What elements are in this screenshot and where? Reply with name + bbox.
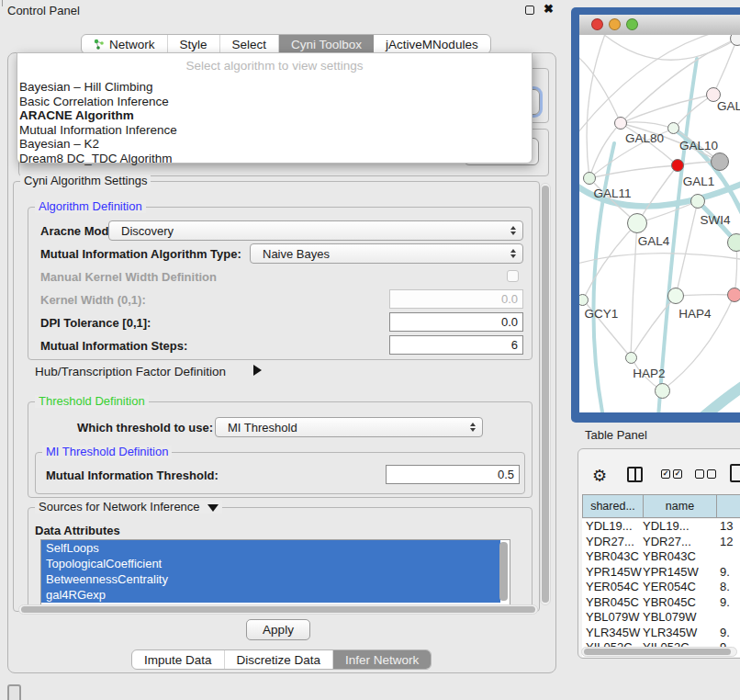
close-button[interactable] — [591, 18, 603, 30]
tab-network[interactable]: Network — [82, 35, 168, 53]
cell: YBR043C — [643, 549, 696, 565]
settings-horizontal-scrollbar[interactable] — [18, 604, 538, 615]
minimize-button[interactable] — [609, 18, 621, 30]
aracne-mode-combo[interactable]: Discovery — [108, 220, 523, 241]
file-icon[interactable] — [730, 464, 740, 482]
node-gray[interactable] — [711, 152, 729, 171]
cyni-settings-legend: Cyni Algorithm Settings — [20, 175, 151, 187]
node[interactable] — [727, 233, 740, 252]
attribute-item-selected[interactable]: TopologicalCoefficient — [41, 556, 500, 571]
apply-button-label: Apply — [263, 623, 294, 637]
attribute-item-selected[interactable]: SelfLoops — [41, 540, 500, 556]
tab-style-label: Style — [180, 38, 207, 51]
dpi-tolerance-field[interactable]: 0.0 — [389, 312, 523, 332]
tab-impute-data[interactable]: Impute Data — [132, 650, 225, 669]
node[interactable] — [655, 383, 670, 399]
cyni-bottom-tabbar: Impute Data Discretize Data Infer Networ… — [131, 649, 432, 670]
zoom-button[interactable] — [626, 18, 638, 30]
mi-type-combo[interactable]: Naive Bayes — [250, 243, 523, 264]
mi-steps-value: 6 — [511, 338, 518, 352]
hub-section-label[interactable]: Hub/Transcription Factor Definition — [35, 365, 226, 378]
algorithm-option[interactable]: Bayesian – Hill Climbing — [17, 80, 532, 95]
network-icon — [94, 39, 105, 50]
settings-vertical-scrollbar[interactable] — [540, 183, 551, 605]
node-label-hap4: HAP4 — [678, 307, 711, 321]
node-gal10[interactable] — [667, 122, 679, 134]
attribute-item-selected[interactable]: gal4RGexp — [41, 587, 500, 603]
select-all-icon[interactable]: ✓✓ — [661, 469, 682, 479]
manual-kernel-checkbox[interactable] — [507, 270, 519, 282]
column-header-cut[interactable] — [716, 494, 740, 518]
cell: 13 — [720, 519, 733, 535]
settings-gear-icon[interactable]: ⚙ — [592, 466, 607, 486]
algorithm-option[interactable]: Bayesian – K2 — [17, 137, 532, 152]
node-swi4[interactable] — [690, 194, 705, 209]
table-row[interactable]: YBL079W YBL079W — [582, 610, 740, 626]
kernel-width-field[interactable]: 0.0 — [389, 289, 523, 309]
node-label: GAL — [717, 99, 740, 113]
table-row[interactable]: YDL19... YDL19... 13 — [582, 519, 740, 535]
deselect-all-icon[interactable] — [695, 469, 716, 479]
tab-jactivemnodules[interactable]: jActiveMNodules — [374, 35, 490, 53]
node-gal11[interactable] — [583, 172, 596, 185]
algorithm-option-selected[interactable]: ARACNE Algorithm — [17, 108, 532, 123]
attribute-item-selected[interactable]: BetweennessCentrality — [41, 571, 500, 587]
node-gal80[interactable] — [614, 117, 627, 130]
tab-style[interactable]: Style — [168, 35, 220, 53]
collapsed-panel-icon[interactable] — [7, 684, 21, 700]
table-row[interactable]: YLR345W YLR345W 9. — [582, 626, 740, 641]
tab-network-label: Network — [109, 38, 155, 51]
collapsed-arrow-icon[interactable] — [253, 365, 262, 376]
apply-button[interactable]: Apply — [246, 619, 310, 640]
algorithm-option[interactable]: Basic Correlation Inference — [17, 95, 532, 109]
expanded-arrow-icon[interactable] — [207, 504, 219, 512]
network-canvas[interactable]: GAL GAL80 GAL10 GAL1 GAL11 SWI4 GAL4 GCY… — [579, 35, 740, 412]
tab-cyni-toolbox[interactable]: Cyni Toolbox — [279, 35, 374, 53]
table-row[interactable]: YDR27... YDR27... 12 — [582, 535, 740, 550]
tab-discretize-data[interactable]: Discretize Data — [225, 650, 334, 669]
node-gal4[interactable] — [627, 213, 647, 233]
mi-steps-label: Mutual Information Steps: — [40, 339, 187, 353]
cell: 12 — [720, 535, 733, 550]
which-threshold-combo[interactable]: MI Threshold — [215, 417, 483, 437]
table-row[interactable]: YPR145W YPR145W 9. — [582, 565, 740, 581]
cell: YDR27... — [643, 535, 691, 550]
cell: YLR345W — [643, 626, 697, 641]
column-layout-icon[interactable] — [627, 467, 643, 482]
mi-threshold-field[interactable]: 0.5 — [386, 465, 520, 484]
cell: 9. — [720, 626, 730, 641]
algorithm-option[interactable]: Mutual Information Inference — [17, 123, 532, 138]
network-window-titlebar[interactable] — [579, 15, 740, 36]
close-icon[interactable]: ✖ — [544, 2, 554, 16]
table-horizontal-scrollbar[interactable] — [581, 647, 737, 657]
cell: YDR27... — [586, 535, 634, 550]
tab-select[interactable]: Select — [220, 35, 280, 53]
mi-type-value: Naive Bayes — [263, 247, 330, 261]
control-panel-titlebar: Control Panel ✖ — [0, 0, 564, 21]
node-hap2[interactable] — [625, 352, 637, 364]
table-header: shared... name — [582, 494, 740, 518]
table-row[interactable]: YBR045C YBR045C 9. — [582, 595, 740, 611]
mi-type-label: Mutual Information Algorithm Type: — [40, 247, 241, 261]
node-hap4[interactable] — [667, 288, 684, 304]
manual-kernel-label: Manual Kernel Width Definition — [40, 270, 217, 284]
mi-steps-field[interactable]: 6 — [389, 335, 523, 355]
list-vertical-scrollbar[interactable] — [499, 542, 508, 601]
algorithm-popup-placeholder: Select algorithm to view settings — [17, 53, 532, 73]
stepper-icon — [470, 423, 476, 432]
node-gal1-selected[interactable] — [671, 159, 684, 172]
table-row[interactable]: YBR043C YBR043C — [582, 549, 740, 565]
column-header-name[interactable]: name — [643, 494, 717, 518]
tab-cyni-toolbox-label: Cyni Toolbox — [291, 38, 362, 51]
control-panel-title: Control Panel — [7, 4, 80, 17]
node-label-gal11: GAL11 — [593, 186, 631, 200]
algorithm-option[interactable]: Dream8 DC_TDC Algorithm — [17, 152, 532, 166]
data-attributes-listbox: SelfLoops TopologicalCoefficient Between… — [40, 539, 510, 605]
dpi-tolerance-value: 0.0 — [501, 315, 518, 329]
node-pink[interactable] — [727, 288, 740, 302]
column-header-shared-name[interactable]: shared... — [582, 494, 644, 518]
tab-infer-network[interactable]: Infer Network — [333, 650, 431, 669]
table-row[interactable]: YER054C YER054C 8. — [582, 580, 740, 595]
float-panel-icon[interactable] — [525, 6, 534, 15]
node-label-gal4: GAL4 — [638, 234, 670, 248]
